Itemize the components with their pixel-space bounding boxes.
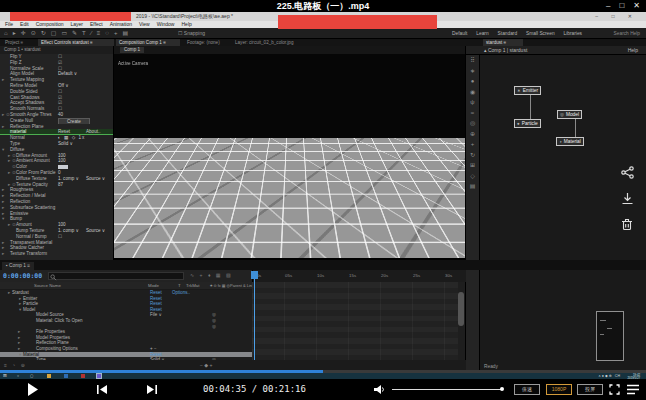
checkbox[interactable]: ☐ [58,66,62,71]
viewport-info-item[interactable]: 1 View ∨ [262,249,280,258]
viewport-info-item[interactable]: ⊙ 20% ∨ [119,249,138,258]
tool-icon[interactable]: ▸ [13,28,16,39]
property-value[interactable]: ◐ ▦ ◇ 1x [58,135,85,140]
motion-blur-icon[interactable]: ◎ [212,318,216,323]
help-link[interactable]: Help [628,47,638,53]
property-value[interactable]: 40 [58,112,63,117]
window-control-button[interactable]: ✕ [633,0,640,12]
tool-icon[interactable]: ↻ [41,28,46,39]
previous-button[interactable] [97,385,107,394]
viewport-info-item[interactable]: 0:00:00 [156,249,171,258]
volume-icon[interactable] [374,384,385,395]
workspace-item[interactable]: Libraries [564,28,582,39]
col-trkmat[interactable]: TrkMat [186,282,200,290]
checkbox[interactable]: ☑ [58,95,62,100]
row-value[interactable]: Reset [150,296,162,301]
play-button[interactable] [27,383,38,396]
timeline-tab[interactable]: ▪ Comp 1 ≡ [2,262,34,270]
menu-item[interactable]: Composition [36,21,64,28]
property-value[interactable]: Reset [58,129,70,134]
node-type-icon[interactable]: ∗ [470,66,475,77]
workspace-item[interactable]: Small Screen [526,28,555,39]
snapping-toggle[interactable]: ☐ Snapping [178,28,205,39]
tool-icon[interactable]: ⊙ [31,28,36,39]
node-material[interactable]: ◑Material [556,137,584,146]
property-value[interactable]: Off ∨ [58,83,69,88]
twirl-icon[interactable]: ▸ [2,199,6,204]
row-value[interactable]: Reset [150,352,162,357]
tab-project[interactable]: Project ≡ [2,39,36,46]
layer-selection-box[interactable] [285,152,323,178]
playlist-button[interactable] [627,384,639,395]
share-icon[interactable] [621,166,634,179]
cast-button[interactable]: 投屏 [577,384,603,395]
menu-item[interactable]: Window [157,21,175,28]
property-value[interactable]: 87 [58,182,63,187]
viewport-info-item[interactable]: Active Camera ∨ [220,249,255,258]
tool-icon[interactable]: ⌂ [4,28,8,39]
checkbox[interactable]: ☑ [58,100,62,105]
twirl-icon[interactable]: ▸ [2,193,6,198]
tool-icon[interactable]: ✎ [72,28,77,39]
viewport-info-item[interactable]: ▦ [145,249,149,258]
comp-chip[interactable]: Comp 1 [120,47,144,53]
menu-item[interactable]: Effect [90,21,103,28]
twirl-icon[interactable]: ▸ [2,251,6,256]
node-type-icon[interactable]: ▤ [470,181,476,192]
row-value-2[interactable]: Options.. [172,290,190,295]
tool-icon[interactable]: ◌ [105,28,109,39]
viewport-info-item[interactable]: ▢ [179,249,183,258]
tab-composition[interactable]: Composition Comp 1 ≡ [116,39,180,46]
download-icon[interactable] [621,192,634,205]
tab-stardust[interactable]: stardust ≡ [483,39,523,46]
node-particle[interactable]: ●Particle [514,119,541,128]
node-minimap[interactable] [596,311,624,361]
twirl-icon[interactable]: ▸ [2,77,6,82]
menu-item[interactable]: Layer [70,21,83,28]
window-control-button[interactable]: □ [619,0,624,12]
node-type-icon[interactable]: ↻ [470,150,475,161]
effect-property-row[interactable]: ▸Texture Transform [0,251,113,257]
property-value[interactable]: 100 [58,153,66,158]
menu-item[interactable]: Edit [20,21,29,28]
col-t[interactable]: T [178,282,181,290]
current-timecode[interactable]: 0:00:00:00 [3,272,42,280]
node-type-icon[interactable]: ⊞ [470,160,475,171]
twirl-icon[interactable]: ▸ [2,187,6,192]
col-mode[interactable]: Mode [148,282,159,290]
node-type-icon[interactable]: ⊕ [470,129,475,140]
property-value-2[interactable]: Source ∨ [86,228,105,233]
fullscreen-button[interactable] [609,384,620,395]
tool-icon[interactable]: ▢ [51,28,57,39]
next-button[interactable] [147,385,157,394]
property-value-2[interactable]: About.. [86,129,101,134]
tool-icon[interactable]: ▭ [61,28,67,39]
col-source-name[interactable]: Source Name [34,282,61,290]
twirl-icon[interactable]: ▸ [2,124,6,129]
volume-slider[interactable] [392,389,502,390]
playhead[interactable] [254,271,255,363]
checkbox[interactable]: ☐ [58,106,62,111]
property-value[interactable]: 100 [58,158,66,163]
checkbox[interactable]: ☐ [58,234,62,239]
property-value[interactable]: 0 [58,170,61,175]
row-value[interactable]: Reset [150,307,162,312]
workspace-item[interactable]: Learn [476,28,488,39]
node-type-icon[interactable]: + [471,139,475,150]
timeline-scrollbar[interactable] [458,292,464,326]
node-type-icon[interactable]: ⠿ [470,55,474,66]
col-parent-link[interactable]: Parent & Link [230,282,254,290]
row-value[interactable]: + − [150,346,157,351]
twirl-icon[interactable]: ▸ [2,205,6,210]
node-type-icon[interactable]: ψ [470,97,474,108]
twirl-icon[interactable]: ▸ [2,211,6,216]
workspace-item[interactable]: Default [452,28,467,39]
motion-blur-icon[interactable]: ◎ [212,324,216,329]
speed-button[interactable]: 倍速 [514,384,540,395]
player-titlebar[interactable]: 225.电路板（一）.mp4 –□✕ [0,0,646,12]
tool-icon[interactable]: + [114,28,118,39]
composition-viewport[interactable]: Comp 1 Active Camera ⊙ 20% ∨▦0:00:00▢Ful… [114,46,466,258]
property-value[interactable]: Solid ∨ [58,141,73,146]
menu-item[interactable]: File [5,21,13,28]
row-value[interactable]: Reset [150,301,162,306]
